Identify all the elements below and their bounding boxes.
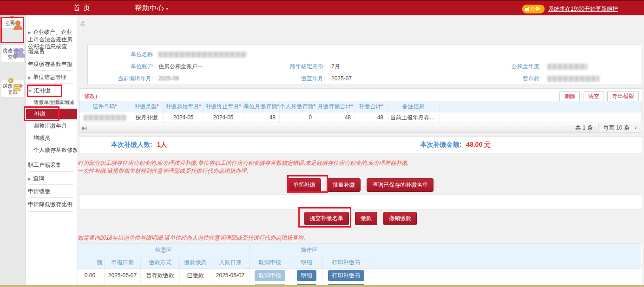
delete-button[interactable]: 删除 <box>559 91 580 102</box>
history-column-header: 额 申报日期 缴款方式 缴款状态 入账日期 取消申报 明细 打印补缴书 <box>78 256 641 269</box>
query-2018-note: 如需查询2018年以前单位补缴明细,请单位经办人前往任意管理部或受托银行代办点现… <box>78 234 309 242</box>
maintenance-notice-link[interactable]: 系统将在19:00开始更新维护 <box>548 5 618 13</box>
middle-panel <box>79 194 642 210</box>
batch-supplement-button[interactable]: 批量补缴 <box>327 178 361 192</box>
history-panel: 信息区 操作区 额 申报日期 缴款方式 缴款状态 入账日期 取消申报 明细 打印… <box>77 243 642 287</box>
announcement-badge: 公告 <box>522 5 545 13</box>
sidebar-item-unit-info[interactable]: ▶单位信息管理 <box>28 74 75 81</box>
rail-item-gongjijin[interactable]: ✎ 公积金 <box>1 17 25 29</box>
left-icon-rail: ✎ 公积金 房改资金交存 ¥ 房改资金支取 <box>0 15 26 287</box>
rail-item-fanggai-zhiqu[interactable]: ¥ 房改资金支取 <box>1 80 25 98</box>
paid-to-label: 缴至年月: <box>260 75 325 83</box>
cross-year-label: 跨年核定月份: <box>260 63 325 71</box>
anchor-collapse-icon[interactable]: ⚓ <box>80 20 86 27</box>
unit-account-label: 单位账户 <box>102 63 153 71</box>
chevron-down-icon: ▾ <box>166 6 169 11</box>
unit-name-label: 单位名称 <box>102 51 153 59</box>
sidebar-item-household-collect[interactable]: 职工户籍采集 <box>28 162 75 169</box>
pay-button[interactable]: 缴款 <box>355 212 377 225</box>
edit-month-label: 当前编辑年月: <box>88 75 153 83</box>
unit-account-value: 住房公积金账户一 <box>158 63 203 71</box>
supplement-count-label: 本次补缴人数: <box>111 141 152 149</box>
clipped-hint-text: 修改) <box>84 92 97 100</box>
cross-year-value: 7月 <box>331 63 340 71</box>
export-template-button[interactable]: 导出模版 <box>607 91 639 102</box>
info-zone-header: 信息区 <box>78 244 250 256</box>
unit-name-redacted-value <box>158 52 247 58</box>
fund-year-redacted-value <box>547 64 587 70</box>
pager-total-count: 共 1 条 <box>575 124 592 132</box>
supplement-amount-value: 48.00 元 <box>466 141 491 149</box>
fund-year-label: 公积金年度: <box>483 63 541 71</box>
chevron-down-icon: ∨ <box>634 125 637 130</box>
sidebar-item-bankruptcy-check[interactable]: ▶企业破产、企业上市合法合规住房公积金信息核查 <box>28 29 75 50</box>
supplement-count-value: 1人 <box>157 141 167 149</box>
rail-item-fanggai-jiaocun[interactable]: 房改资金交存 <box>1 45 25 62</box>
sidebar-item-query[interactable]: ▶查询 <box>28 175 75 183</box>
nav-home[interactable]: 首 页 <box>73 4 91 13</box>
sidebar-item-apply-lower-ratio[interactable]: 申请降低缴存比例 <box>28 201 75 208</box>
detail-button[interactable]: 明细 <box>297 270 316 281</box>
supplement-amount-label: 本次补缴金额: <box>420 141 461 149</box>
supplement-table-row[interactable]: 按月补缴 2024-05 2024-05 48 0 48 48 当前上报年月存… <box>80 112 642 123</box>
summary-bar: 本次补缴人数: 1人 本次补缴金额: 48.00 元 <box>79 137 642 153</box>
sidebar-item-add-remove-2[interactable]: 增减员 <box>33 135 81 142</box>
history-row: 0.00 2025-05-07 暂存款缴款 已缴款 2025-05-07 取消申… <box>78 269 641 282</box>
deposit-label: 暂存款: <box>483 75 541 83</box>
operation-zone-header: 操作区 <box>250 244 369 256</box>
sidebar-item-apply-deferral[interactable]: 申请缓缴 <box>28 188 75 195</box>
pagination-bar: ▶| 共 1 条 每页 10 条∨ <box>79 123 642 132</box>
sidebar-item-huibujiao-group[interactable]: ▼汇补缴 <box>28 87 75 95</box>
page-size-select[interactable]: 每页 10 条∨ <box>598 123 642 132</box>
sidebar-item-add-remove[interactable]: 增减员 <box>28 48 75 55</box>
chevron-down-icon: ▼ <box>28 89 32 93</box>
print-supplement-button[interactable]: 打印补缴书 <box>328 270 364 281</box>
pager-last-icon[interactable]: ▶| <box>82 125 87 130</box>
chevron-right-icon: ▶ <box>28 176 31 181</box>
submit-actions-row: 提交补缴名单 缴款 撤销缴款 <box>77 212 644 225</box>
paid-to-value: 2025-07 <box>331 75 352 82</box>
clear-button[interactable]: 清空 <box>584 91 604 102</box>
submit-list-button[interactable]: 提交补缴名单 <box>304 212 349 225</box>
supplement-actions-row: 单笔补缴 批量补缴 查询已保存的补缴名单 <box>77 178 644 192</box>
chevron-right-icon: ▶ <box>28 75 31 80</box>
single-supplement-button[interactable]: 单笔补缴 <box>288 178 321 192</box>
deposit-redacted-value <box>547 76 599 82</box>
policy-note: 时为部分职工缴存住房公积金的,应办理按月补缴;单位将职工的住房公积金缴存基数核定… <box>78 159 409 175</box>
history-table: 信息区 操作区 额 申报日期 缴款方式 缴款状态 入账日期 取消申报 明细 打印… <box>77 243 641 287</box>
chevron-right-icon: ▶ <box>28 30 31 35</box>
supplement-list-panel: 修改) 删除 清空 导出模版 证件号码* 补缴类型* 补缴起始年月* 补缴终止年… <box>79 88 642 133</box>
cancel-pay-button[interactable]: 撤销缴款 <box>383 212 417 225</box>
edit-month-value: 2025-09 <box>158 75 179 82</box>
query-saved-list-button[interactable]: 查询已保存的补缴名单 <box>367 178 434 192</box>
sidebar-item-bujiao-selected[interactable]: 补缴 <box>26 109 77 119</box>
supplement-table: 证件号码* 补缴类型* 补缴起始年月* 补缴终止年月* 单位月缴存额* 个人月缴… <box>79 101 642 123</box>
sidebar-item-adjust-month[interactable]: 调整汇缴年月 <box>33 123 81 130</box>
history-group-header: 信息区 操作区 <box>78 244 641 256</box>
unit-info-panel: 单位名称 单位账户 住房公积金账户一 当前编辑年月: 2025-09 跨年核定月… <box>87 45 641 85</box>
nav-help-center[interactable]: 帮助中心▾ <box>135 4 169 13</box>
id-number-redacted <box>84 115 126 121</box>
bottom-border-line <box>0 285 644 287</box>
top-header: 首 页 帮助中心▾ 公告 系统将在19:00开始更新维护 <box>0 1 644 15</box>
cancel-declare-button[interactable]: 取消申报 <box>255 270 285 281</box>
sidebar-item-personal-base[interactable]: 个人缴存基数修改 <box>33 147 81 154</box>
supplement-table-header: 证件号码* 补缴类型* 补缴起始年月* 补缴终止年月* 单位月缴存额* 个人月缴… <box>80 101 642 112</box>
sidebar-item-annual-base[interactable]: 年度缴存基数申报 <box>28 61 75 68</box>
